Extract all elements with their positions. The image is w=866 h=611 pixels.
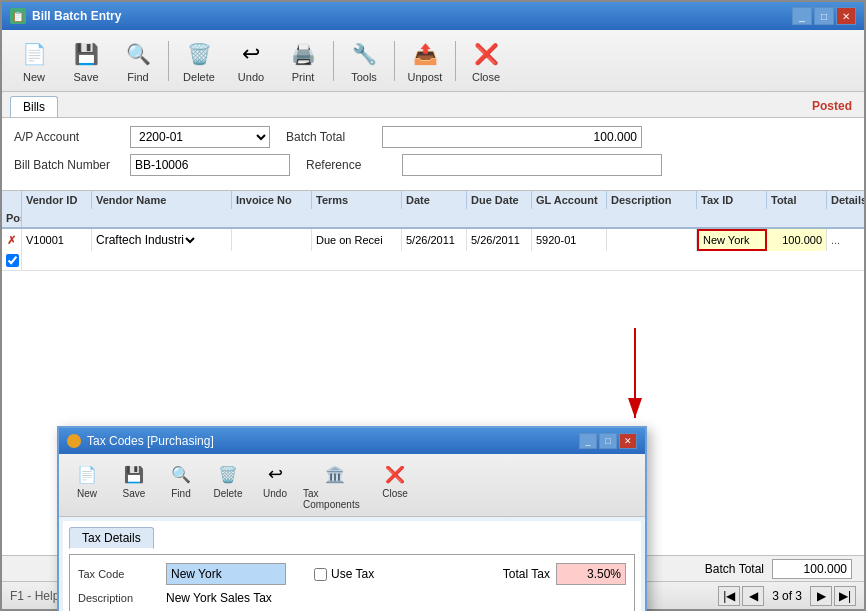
- modal-new-icon: 📄: [73, 460, 101, 488]
- row-date: 5/26/2011: [402, 229, 467, 251]
- posted-status: Posted: [812, 99, 856, 117]
- modal-minimize-button[interactable]: _: [579, 433, 597, 449]
- row-due-date: 5/26/2011: [467, 229, 532, 251]
- modal-maximize-button[interactable]: □: [599, 433, 617, 449]
- form-row-1: A/P Account 2200-01 Batch Total: [14, 126, 852, 148]
- description-row: Description New York Sales Tax: [78, 591, 626, 605]
- bills-tab-label: Bills: [23, 100, 45, 114]
- posted-checkbox[interactable]: [6, 254, 19, 267]
- app-icon: 📋: [10, 8, 26, 24]
- modal-find-button[interactable]: 🔍 Find: [159, 457, 203, 513]
- table-row: ✗ V10001 Craftech Industri Due on Recei …: [2, 229, 864, 271]
- tax-details-tab-label: Tax Details: [82, 531, 141, 545]
- save-button[interactable]: 💾 Save: [62, 34, 110, 87]
- reference-label: Reference: [306, 158, 386, 172]
- nav-last-button[interactable]: ▶|: [834, 586, 856, 606]
- modal-title-left: Tax Codes [Purchasing]: [67, 434, 214, 448]
- col-tax-id: Tax ID: [697, 191, 767, 209]
- modal-new-button[interactable]: 📄 New: [65, 457, 109, 513]
- modal-close-toolbar-label: Close: [382, 488, 408, 499]
- modal-undo-button[interactable]: ↩ Undo: [253, 457, 297, 513]
- modal-close-toolbar-button[interactable]: ❌ Close: [373, 457, 417, 513]
- modal-tax-label: Tax Components: [303, 488, 367, 510]
- batch-total-input[interactable]: [382, 126, 642, 148]
- modal-tax-components-button[interactable]: 🏛️ Tax Components: [300, 457, 370, 513]
- modal-save-button[interactable]: 💾 Save: [112, 457, 156, 513]
- window-close-button[interactable]: ✕: [836, 7, 856, 25]
- new-icon: 📄: [18, 38, 50, 70]
- close-button[interactable]: ❌ Close: [462, 34, 510, 87]
- delete-button[interactable]: 🗑️ Delete: [175, 34, 223, 87]
- tax-code-input[interactable]: [166, 563, 286, 585]
- vendor-name-select[interactable]: [184, 232, 198, 248]
- bills-tab[interactable]: Bills: [10, 96, 58, 117]
- modal-delete-icon: 🗑️: [214, 460, 242, 488]
- main-toolbar: 📄 New 💾 Save 🔍 Find 🗑️ Delete ↩ Undo 🖨️ …: [2, 30, 864, 92]
- modal-save-icon: 💾: [120, 460, 148, 488]
- row-description: [607, 229, 697, 251]
- form-row-2: Bill Batch Number Reference: [14, 154, 852, 176]
- modal-delete-button[interactable]: 🗑️ Delete: [206, 457, 250, 513]
- reference-input[interactable]: [402, 154, 662, 176]
- modal-close-icon: ❌: [381, 460, 409, 488]
- total-tax-label: Total Tax: [503, 567, 550, 581]
- nav-next-button[interactable]: ▶: [810, 586, 832, 606]
- tab-bar: Bills Posted: [2, 92, 864, 118]
- save-label: Save: [73, 71, 98, 83]
- batch-total-label: Batch Total: [705, 562, 764, 576]
- separator-4: [455, 41, 456, 81]
- modal-tax-icon: 🏛️: [321, 460, 349, 488]
- maximize-button[interactable]: □: [814, 7, 834, 25]
- row-checkbox[interactable]: ✗: [2, 229, 22, 251]
- col-vendor-name: Vendor Name: [92, 191, 232, 209]
- description-label: Description: [78, 592, 158, 604]
- modal-save-label: Save: [123, 488, 146, 499]
- total-tax-container: Total Tax 3.50%: [503, 563, 626, 585]
- col-due-date: Due Date: [467, 191, 532, 209]
- use-tax-checkbox[interactable]: [314, 568, 327, 581]
- col-vendor-id: Vendor ID: [22, 191, 92, 209]
- main-content-wrapper: Vendor ID Vendor Name Invoice No Terms D…: [2, 191, 864, 581]
- separator-3: [394, 41, 395, 81]
- tax-details-panel: Tax Code Use Tax Total Tax 3.50%: [69, 554, 635, 611]
- print-label: Print: [292, 71, 315, 83]
- col-invoice-no: Invoice No: [232, 191, 312, 209]
- close-label: Close: [472, 71, 500, 83]
- tools-button[interactable]: 🔧 Tools: [340, 34, 388, 87]
- bill-batch-input[interactable]: [130, 154, 290, 176]
- nav-prev-button[interactable]: ◀: [742, 586, 764, 606]
- modal-toolbar: 📄 New 💾 Save 🔍 Find 🗑️ Delete ↩ Un: [59, 454, 645, 517]
- row-details[interactable]: ...: [827, 229, 864, 251]
- unpost-button[interactable]: 📤 Unpost: [401, 34, 449, 87]
- batch-total-value[interactable]: [772, 559, 852, 579]
- title-bar: 📋 Bill Batch Entry _ □ ✕: [2, 2, 864, 30]
- modal-app-icon: [67, 434, 81, 448]
- tax-code-label: Tax Code: [78, 568, 158, 580]
- col-date: Date: [402, 191, 467, 209]
- new-label: New: [23, 71, 45, 83]
- title-bar-left: 📋 Bill Batch Entry: [10, 8, 121, 24]
- modal-title-bar: Tax Codes [Purchasing] _ □ ✕: [59, 428, 645, 454]
- row-posted: [2, 251, 22, 270]
- minimize-button[interactable]: _: [792, 7, 812, 25]
- form-area: A/P Account 2200-01 Batch Total Bill Bat…: [2, 118, 864, 191]
- print-icon: 🖨️: [287, 38, 319, 70]
- tax-codes-modal: Tax Codes [Purchasing] _ □ ✕ 📄 New 💾 Sav…: [57, 426, 647, 611]
- modal-find-label: Find: [171, 488, 190, 499]
- modal-title-controls: _ □ ✕: [579, 433, 637, 449]
- find-icon: 🔍: [122, 38, 154, 70]
- ap-account-select[interactable]: 2200-01: [130, 126, 270, 148]
- nav-of: of: [782, 589, 795, 603]
- new-button[interactable]: 📄 New: [10, 34, 58, 87]
- find-button[interactable]: 🔍 Find: [114, 34, 162, 87]
- tax-details-tab[interactable]: Tax Details: [69, 527, 154, 549]
- delete-label: Delete: [183, 71, 215, 83]
- nav-first-button[interactable]: |◀: [718, 586, 740, 606]
- undo-button[interactable]: ↩ Undo: [227, 34, 275, 87]
- unpost-icon: 📤: [409, 38, 441, 70]
- modal-close-button[interactable]: ✕: [619, 433, 637, 449]
- row-tax-id[interactable]: New York: [697, 229, 767, 251]
- print-button[interactable]: 🖨️ Print: [279, 34, 327, 87]
- modal-undo-icon: ↩: [261, 460, 289, 488]
- total-tax-value: 3.50%: [556, 563, 626, 585]
